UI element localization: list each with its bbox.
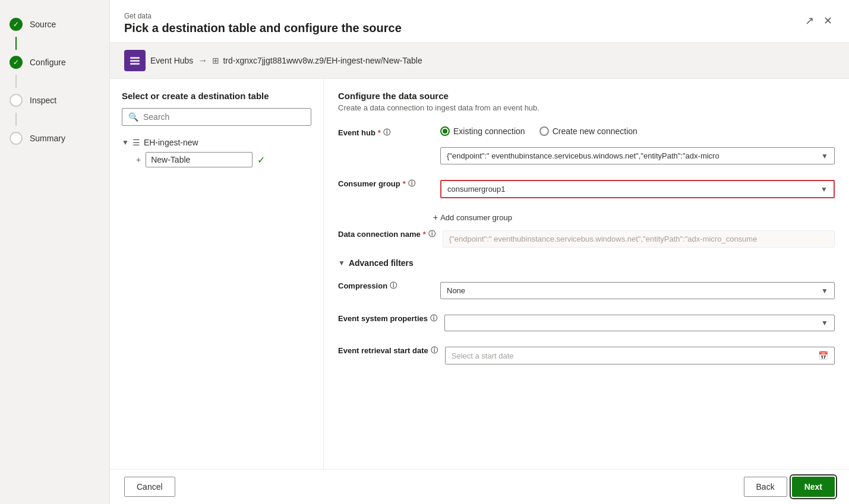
compression-value: None (447, 286, 821, 295)
sidebar: ✓ Source ✓ Configure Inspect Summary (0, 0, 110, 504)
next-button[interactable]: Next (792, 477, 835, 497)
consumer-group-text: consumergroup1 (447, 185, 820, 194)
footer-right: Back Next (744, 477, 835, 497)
existing-connection-label: Existing connection (453, 126, 525, 136)
event-retrieval-start-date-input[interactable]: Select a start date 📅 (445, 347, 835, 364)
event-system-properties-dropdown[interactable]: ▼ (444, 315, 835, 331)
search-icon: 🔍 (128, 112, 138, 122)
event-system-properties-row: Event system properties ⓘ ▼ (338, 310, 835, 331)
table-icon: ⊞ (212, 56, 219, 65)
event-retrieval-start-date-row: Event retrieval start date ⓘ Select a st… (338, 342, 835, 364)
sidebar-label-summary: Summary (30, 134, 65, 143)
svg-rect-2 (130, 63, 140, 65)
create-new-connection-option[interactable]: Create new connection (539, 126, 637, 136)
event-retrieval-start-date-control: Select a start date 📅 (445, 342, 835, 364)
existing-connection-radio[interactable] (440, 126, 450, 136)
consumer-group-info-icon[interactable]: ⓘ (408, 179, 415, 189)
compression-row: Compression ⓘ None ▼ (338, 277, 835, 299)
header: Get data Pick a destination table and co… (110, 0, 849, 43)
config-subtitle: Create a data connection to ingest data … (338, 103, 835, 112)
table-name-input[interactable] (146, 152, 253, 167)
config-title: Configure the data source (338, 91, 835, 101)
database-icon: ☰ (132, 138, 140, 147)
compression-info-icon[interactable]: ⓘ (390, 281, 397, 291)
header-actions: ↗ ✕ (803, 12, 835, 30)
chevron-down-icon: ▼ (122, 138, 129, 147)
sidebar-label-configure: Configure (30, 58, 66, 67)
connection-dropdown[interactable]: {"endpoint":" eventhubinstance.servicebu… (440, 147, 835, 164)
existing-connection-option[interactable]: Existing connection (440, 126, 525, 136)
connector-3 (15, 113, 17, 126)
content-area: Select or create a destination table 🔍 ▼… (110, 79, 849, 469)
data-connection-required-star: * (423, 230, 426, 239)
search-box[interactable]: 🔍 (122, 108, 311, 126)
tree-children: + ✓ (136, 150, 311, 170)
tree-database-item[interactable]: ▼ ☰ EH-ingest-new (122, 135, 311, 150)
consumer-group-label: Consumer group * ⓘ (338, 175, 433, 189)
connection-dropdown-control: {"endpoint":" eventhubinstance.servicebu… (440, 142, 835, 164)
sidebar-item-summary[interactable]: Summary (0, 126, 109, 151)
advanced-filters-label: Advanced filters (349, 258, 414, 268)
left-panel-title: Select or create a destination table (122, 91, 311, 101)
breadcrumb-destination: trd-xgnxc7jjgt881wwv8w.z9/EH-ingest-new/… (223, 56, 422, 65)
check-icon: ✓ (257, 154, 265, 166)
create-new-connection-radio[interactable] (539, 126, 549, 136)
compression-chevron-icon: ▼ (821, 287, 828, 295)
add-consumer-group-link[interactable]: + Add consumer group (433, 209, 835, 226)
event-system-properties-info-icon[interactable]: ⓘ (430, 313, 437, 324)
sidebar-item-inspect[interactable]: Inspect (0, 88, 109, 113)
event-hub-radio-group: Existing connection Create new connectio… (440, 124, 835, 136)
data-connection-name-row: Data connection name * ⓘ {"endpoint":" e… (338, 226, 835, 248)
consumer-group-chevron-icon: ▼ (820, 185, 828, 194)
get-data-label: Get data (124, 12, 402, 20)
event-hubs-icon (124, 50, 146, 71)
connector-2 (15, 75, 17, 88)
connection-dropdown-row: {"endpoint":" eventhubinstance.servicebu… (338, 142, 835, 164)
page-title: Pick a destination table and configure t… (124, 21, 402, 35)
right-panel: Configure the data source Create a data … (324, 79, 849, 469)
calendar-icon: 📅 (818, 351, 828, 360)
event-system-properties-chevron-icon: ▼ (821, 319, 828, 327)
header-left: Get data Pick a destination table and co… (124, 12, 402, 35)
sidebar-item-source[interactable]: ✓ Source (0, 12, 109, 37)
event-retrieval-start-date-label: Event retrieval start date ⓘ (338, 342, 438, 356)
step-circle-inspect (10, 94, 23, 107)
event-retrieval-info-icon[interactable]: ⓘ (431, 345, 438, 356)
tree-table-item[interactable]: + ✓ (136, 150, 311, 170)
step-circle-summary (10, 132, 23, 145)
close-icon-button[interactable]: ✕ (821, 12, 835, 30)
advanced-filters-header[interactable]: ▼ Advanced filters (338, 258, 835, 268)
data-connection-name-label: Data connection name * ⓘ (338, 226, 435, 239)
consumer-group-row: Consumer group * ⓘ consumergroup1 ▼ (338, 175, 835, 198)
search-input[interactable] (143, 112, 305, 122)
add-icon[interactable]: + (136, 155, 141, 164)
event-retrieval-placeholder: Select a start date (452, 351, 514, 360)
data-connection-name-input: {"endpoint":" eventhubinstance.servicebu… (443, 230, 835, 248)
sidebar-label-inspect: Inspect (30, 96, 56, 105)
event-hub-info-icon[interactable]: ⓘ (383, 128, 390, 138)
required-star: * (378, 128, 381, 137)
expand-icon-button[interactable]: ↗ (803, 12, 816, 30)
main-content: Get data Pick a destination table and co… (110, 0, 849, 504)
data-connection-info-icon[interactable]: ⓘ (428, 229, 435, 239)
connection-dropdown-text: {"endpoint":" eventhubinstance.servicebu… (447, 151, 821, 160)
consumer-group-required-star: * (403, 179, 406, 188)
event-system-properties-control: ▼ (444, 310, 835, 331)
event-system-properties-label: Event system properties ⓘ (338, 310, 437, 324)
database-name: EH-ingest-new (144, 138, 198, 147)
tree-view: ▼ ☰ EH-ingest-new + ✓ (122, 135, 311, 170)
add-consumer-group-label: Add consumer group (440, 213, 512, 222)
data-connection-name-control: {"endpoint":" eventhubinstance.servicebu… (443, 226, 835, 248)
breadcrumb: Event Hubs → ⊞ trd-xgnxc7jjgt881wwv8w.z9… (110, 43, 849, 79)
svg-rect-1 (130, 60, 140, 62)
breadcrumb-source-name: Event Hubs (150, 56, 193, 65)
breadcrumb-arrow-icon: → (198, 55, 207, 66)
back-button[interactable]: Back (744, 477, 787, 497)
sidebar-item-configure[interactable]: ✓ Configure (0, 50, 109, 75)
left-panel: Select or create a destination table 🔍 ▼… (110, 79, 324, 469)
cancel-button[interactable]: Cancel (124, 477, 175, 497)
consumer-group-dropdown[interactable]: consumergroup1 ▼ (440, 180, 835, 198)
connection-dropdown-chevron-icon: ▼ (821, 152, 828, 160)
connector-1 (15, 37, 17, 50)
compression-dropdown[interactable]: None ▼ (440, 282, 835, 299)
